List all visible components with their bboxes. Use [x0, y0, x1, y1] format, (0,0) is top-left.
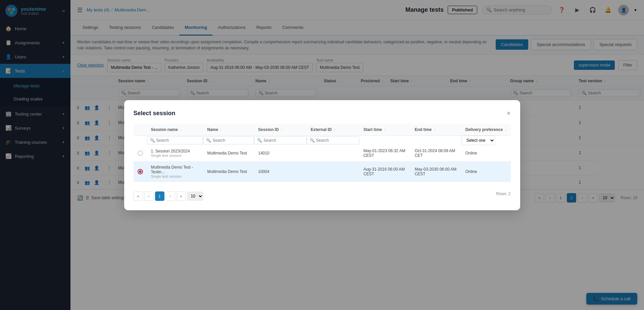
modal-table-row[interactable]: Multimedia Demo Test - Testin... Single …	[134, 161, 511, 182]
modal-col-name[interactable]: Name ↕	[203, 124, 254, 136]
select-session-modal: Select session × Session name ↕ Name ↕ S…	[124, 100, 520, 210]
modal-row-session-id: 10004	[254, 161, 307, 182]
modal-search-session-input[interactable]	[156, 138, 200, 143]
modal-search-id-input[interactable]	[263, 138, 304, 143]
modal-delivery-select[interactable]: Select one Online Offline	[461, 136, 495, 145]
modal-table: Session name ↕ Name ↕ Session ID ↕ Exter…	[134, 124, 511, 182]
modal-col-radio	[134, 124, 147, 136]
modal-row-start: May-01-2023 06:32 AM CEST	[359, 145, 411, 162]
modal-prev-page[interactable]: ‹	[144, 191, 154, 201]
modal-last-page[interactable]: »	[177, 191, 186, 201]
modal-row-radio[interactable]	[134, 145, 147, 162]
modal-col-external-id[interactable]: External ID ↕	[307, 124, 359, 136]
modal-rows-total: Rows: 2	[496, 191, 510, 196]
modal-row-external-id	[307, 161, 359, 182]
modal-table-row[interactable]: 1. Session 2023/2024 Single test session…	[134, 145, 511, 162]
modal-header: Select session ×	[134, 109, 511, 117]
modal-next-page[interactable]: ›	[166, 191, 175, 201]
modal-row-name: Multimedia Demo Test	[203, 161, 254, 182]
modal-close-button[interactable]: ×	[507, 109, 511, 117]
modal-col-session-name[interactable]: Session name ↕	[147, 124, 203, 136]
modal-row-session-id: 14010	[254, 145, 307, 162]
modal-search-external-input[interactable]	[316, 138, 356, 143]
modal-row-end: May-03-2030 06:00 AM CEST	[411, 161, 461, 182]
modal-row-delivery: Online	[461, 161, 511, 182]
modal-row-external-id	[307, 145, 359, 162]
modal-pagination: « ‹ 1 › » 10 25	[134, 191, 203, 201]
modal-row-name: Multimedia Demo Test	[203, 145, 254, 162]
modal-row-radio[interactable]	[134, 161, 147, 182]
modal-row-start: Aug-31-2016 06:00 AM CEST	[359, 161, 411, 182]
modal-col-session-id[interactable]: Session ID ↕	[254, 124, 307, 136]
modal-search-name-input[interactable]	[212, 138, 251, 143]
modal-title: Select session	[134, 110, 176, 117]
modal-rows-per-page[interactable]: 10 25	[187, 192, 203, 201]
modal-overlay[interactable]: Select session × Session name ↕ Name ↕ S…	[0, 0, 644, 310]
modal-col-delivery[interactable]: Delivery preference ↕	[461, 124, 511, 136]
modal-row-session-name: 1. Session 2023/2024 Single test session	[147, 145, 203, 162]
modal-row-session-name: Multimedia Demo Test - Testin... Single …	[147, 161, 203, 182]
modal-page-1[interactable]: 1	[155, 191, 164, 201]
modal-col-end-time[interactable]: End time ↕	[411, 124, 461, 136]
modal-col-start-time[interactable]: Start time ↕	[359, 124, 411, 136]
modal-row-end: Oct-31-2024 08:09 AM CET	[411, 145, 461, 162]
modal-first-page[interactable]: «	[134, 191, 143, 201]
modal-row-delivery: Online	[461, 145, 511, 162]
